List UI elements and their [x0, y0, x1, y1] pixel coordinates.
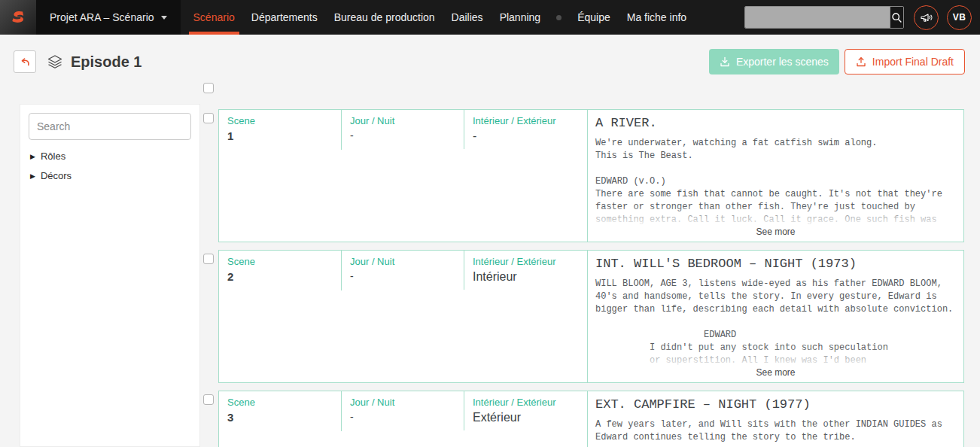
- select-all-row: [203, 83, 964, 96]
- tree-item-label: Décors: [41, 170, 72, 181]
- nav-right-cluster: VB: [744, 0, 980, 35]
- scene-row: Scene 3 Jour / Nuit - Intérieur / Extéri…: [203, 391, 964, 447]
- project-selector-label: Projet ARA – Scénario: [50, 11, 154, 23]
- caret-down-icon: [161, 16, 167, 20]
- avatar-initials: VB: [953, 12, 966, 23]
- nav-search: [744, 6, 904, 29]
- sidebar-search-input[interactable]: [29, 113, 191, 140]
- tree-expand-icon: ▶: [30, 172, 35, 180]
- nav-item-bureau-de-production[interactable]: Bureau de production: [326, 0, 443, 35]
- scene-text-column: EXT. CAMPFIRE – NIGHT (1977) A few years…: [587, 391, 963, 447]
- scene-list: Scene 1 Jour / Nuit - Intérieur / Extéri…: [203, 78, 964, 447]
- page-header: Episode 1 Exporter les scenes Import Fin…: [0, 35, 980, 78]
- day-night-column-label: Jour / Nuit: [350, 256, 456, 267]
- export-scenes-label: Exporter les scenes: [736, 56, 829, 68]
- int-ext-cell: Intérieur / Extérieur Intérieur: [464, 251, 587, 291]
- day-night-cell: Jour / Nuit -: [342, 391, 464, 430]
- nav-separator-dot: [556, 15, 562, 20]
- day-night-cell: Jour / Nuit -: [342, 251, 464, 290]
- nav-item-dailies[interactable]: Dailies: [443, 0, 492, 35]
- export-scenes-button[interactable]: Exporter les scenes: [709, 49, 839, 74]
- page-title: Episode 1: [71, 53, 142, 71]
- scene-script-excerpt: WILL BLOOM, AGE 3, listens wide-eyed as …: [595, 278, 957, 380]
- see-more-link[interactable]: See more: [588, 367, 963, 382]
- import-final-draft-label: Import Final Draft: [872, 56, 954, 68]
- scene-text-column: A RIVER. We're underwater, watching a fa…: [587, 110, 963, 242]
- upload-icon: [856, 56, 866, 67]
- day-night-cell: Jour / Nuit -: [342, 110, 464, 149]
- scene-checkbox[interactable]: [203, 113, 214, 123]
- scene-slugline: A RIVER.: [595, 116, 957, 130]
- top-nav: Projet ARA – Scénario ScénarioDépartemen…: [0, 0, 980, 35]
- scene-cards: Scene 1 Jour / Nuit - Intérieur / Extéri…: [203, 109, 964, 447]
- tree-expand-icon: ▶: [30, 153, 35, 160]
- back-arrow-icon: [19, 56, 31, 68]
- scene-row: Scene 1 Jour / Nuit - Intérieur / Extéri…: [203, 109, 964, 242]
- scene-slugline: EXT. CAMPFIRE – NIGHT (1977): [595, 397, 957, 412]
- filters-sidebar: ▶Rôles▶Décors: [20, 104, 200, 447]
- scene-checkbox[interactable]: [203, 394, 214, 405]
- nav-item-sc-nario[interactable]: Scénario: [185, 0, 243, 35]
- scene-number-cell: Scene 2: [219, 251, 342, 290]
- scene-number: 3: [227, 411, 333, 424]
- filter-tree: ▶Rôles▶Décors: [29, 151, 191, 181]
- scene-column-label: Scene: [227, 115, 333, 126]
- project-selector[interactable]: Projet ARA – Scénario: [36, 0, 181, 35]
- download-icon: [720, 56, 730, 67]
- day-night-column-label: Jour / Nuit: [350, 397, 456, 408]
- day-night-value: -: [350, 270, 456, 282]
- scene-number: 1: [227, 129, 333, 142]
- select-all-checkbox[interactable]: [203, 83, 214, 93]
- nav-item--quipe[interactable]: Équipe: [569, 0, 619, 35]
- tree-item-label: Rôles: [41, 151, 65, 162]
- search-icon: [891, 12, 902, 23]
- app-logo[interactable]: [0, 0, 36, 35]
- import-final-draft-button[interactable]: Import Final Draft: [845, 49, 965, 74]
- nav-item-d-partements[interactable]: Départements: [243, 0, 326, 35]
- scene-script-excerpt: A few years later, and Will sits with th…: [595, 418, 957, 444]
- int-ext-value: -: [473, 129, 580, 143]
- int-ext-value: Extérieur: [473, 411, 580, 424]
- day-night-value: -: [350, 129, 456, 141]
- int-ext-column-label: Intérieur / Extérieur: [473, 115, 580, 126]
- int-ext-value: Intérieur: [473, 270, 580, 284]
- scene-number-cell: Scene 1: [219, 110, 342, 150]
- megaphone-icon: [920, 12, 933, 23]
- tree-item-r-les[interactable]: ▶Rôles: [30, 151, 191, 162]
- tree-item-d-cors[interactable]: ▶Décors: [30, 170, 191, 181]
- nav-item-planning[interactable]: Planning: [492, 0, 549, 35]
- scene-column-label: Scene: [227, 397, 333, 408]
- user-avatar[interactable]: VB: [947, 5, 972, 30]
- scene-card[interactable]: Scene 1 Jour / Nuit - Intérieur / Extéri…: [218, 109, 964, 242]
- announcements-button[interactable]: [914, 5, 939, 30]
- scene-card[interactable]: Scene 3 Jour / Nuit - Intérieur / Extéri…: [218, 391, 964, 447]
- day-night-column-label: Jour / Nuit: [350, 115, 456, 126]
- header-actions: Exporter les scenes Import Final Draft: [709, 49, 965, 74]
- back-button[interactable]: [14, 50, 36, 73]
- main-content: ▶Rôles▶Décors Scene 1 Jour / Nuit - Inté…: [0, 78, 980, 447]
- scene-checkbox[interactable]: [203, 254, 214, 264]
- int-ext-cell: Intérieur / Extérieur -: [464, 110, 587, 151]
- int-ext-column-label: Intérieur / Extérieur: [473, 397, 580, 408]
- nav-search-button[interactable]: [890, 7, 903, 28]
- scene-row: Scene 2 Jour / Nuit - Intérieur / Extéri…: [203, 250, 964, 383]
- scene-slugline: INT. WILL'S BEDROOM – NIGHT (1973): [595, 257, 957, 271]
- scene-card[interactable]: Scene 2 Jour / Nuit - Intérieur / Extéri…: [218, 250, 964, 383]
- nav-item-ma-fiche-info[interactable]: Ma fiche info: [619, 0, 695, 35]
- scene-text-column: INT. WILL'S BEDROOM – NIGHT (1973) WILL …: [587, 251, 963, 382]
- int-ext-cell: Intérieur / Extérieur Extérieur: [464, 391, 587, 432]
- nav-menu: ScénarioDépartementsBureau de production…: [185, 0, 695, 35]
- day-night-value: -: [350, 411, 456, 423]
- scene-number-cell: Scene 3: [219, 391, 342, 431]
- scene-number: 2: [227, 270, 333, 283]
- see-more-link[interactable]: See more: [588, 227, 963, 242]
- int-ext-column-label: Intérieur / Extérieur: [473, 256, 580, 267]
- nav-search-input[interactable]: [745, 7, 890, 28]
- layers-icon: [47, 54, 63, 69]
- logo-swoosh-icon: [10, 10, 26, 25]
- scene-column-label: Scene: [227, 256, 333, 267]
